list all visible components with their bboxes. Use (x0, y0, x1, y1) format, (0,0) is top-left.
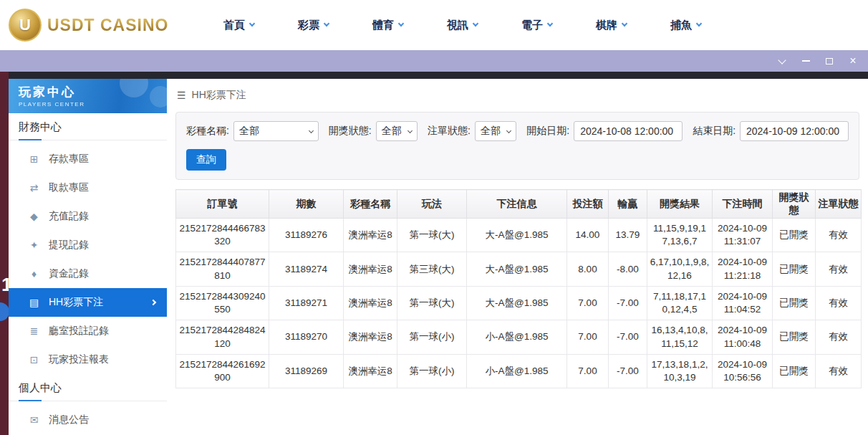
table-cell: 澳洲幸运8 (344, 219, 397, 252)
table-cell: 16,13,4,10,8,11,15,12 (647, 320, 713, 354)
start-date-input[interactable] (574, 121, 683, 141)
table-cell: 2152172844407877810 (176, 252, 269, 286)
table-wrap: 訂單號期數彩種名稱玩法下注信息投注額輸贏開獎結果下注時間開獎狀態注單狀態 215… (175, 189, 859, 388)
lottery-bet-icon: ▤ (28, 297, 40, 308)
sidebar-item-message-announcement[interactable]: ✉ 消息公告 (9, 406, 167, 434)
funds-record-icon: ♦ (28, 268, 40, 279)
chevron-down-icon (249, 21, 255, 27)
sidebar-item-player-bet-report[interactable]: ⊡ 玩家投注報表 (9, 345, 167, 374)
table-cell: 2024-10-09 11:31:07 (713, 219, 773, 252)
room-bet-record-icon: ≣ (28, 325, 40, 337)
logo-icon: U (9, 9, 42, 42)
collapse-button[interactable] (773, 52, 791, 70)
table-cell: 13.79 (609, 219, 647, 252)
table-row: 215217284428482412031189270澳洲幸运8第一球(小)小-… (176, 320, 862, 354)
chevron-down-icon (778, 56, 786, 64)
table-cell: 大-A盤@1.985 (467, 252, 567, 286)
message-icon: ✉ (28, 414, 40, 426)
table-cell: 2024-10-09 11:21:18 (713, 252, 773, 286)
start-date-label: 開始日期: (526, 125, 569, 138)
deposit-icon: ⊞ (28, 153, 40, 165)
sidebar-item-cashout-record[interactable]: ✦ 提現記錄 (9, 231, 167, 259)
sidebar-item-deposit[interactable]: ⊞ 存款專區 (9, 145, 167, 173)
cashout-record-icon: ✦ (28, 239, 40, 251)
table-cell: 有效 (816, 286, 862, 320)
lottery-name-select[interactable]: 全部 (233, 121, 319, 141)
table-cell: 第一球(小) (397, 320, 467, 354)
table-cell: 已開獎 (773, 354, 816, 388)
nav-item-label: 捕魚 (670, 19, 692, 32)
sidebar-subtitle: PLAYERS CENTER (19, 101, 167, 107)
site-logo[interactable]: U USDT CASINO (9, 9, 168, 42)
table-cell: 有效 (816, 219, 862, 252)
table-cell: 第一球(大) (397, 219, 467, 252)
search-button[interactable]: 查詢 (186, 149, 226, 171)
nav-item-label: 首頁 (223, 19, 245, 32)
table-cell: 7.00 (567, 320, 609, 354)
table-cell: -7.00 (609, 320, 647, 354)
table-cell: 2152172844466783320 (176, 219, 269, 252)
sidebar-item-withdraw[interactable]: ⇄ 取款專區 (9, 173, 167, 202)
hamburger-icon[interactable]: ☰ (177, 90, 186, 101)
player-bet-report-icon: ⊡ (28, 354, 40, 365)
table-cell: 31189276 (269, 219, 344, 252)
nav-item[interactable]: 視訊 (425, 0, 499, 50)
main-nav: 首頁 彩票 體育 視訊 電子 棋牌 捕魚 (201, 0, 723, 50)
order-status-label: 注單狀態: (428, 125, 471, 138)
table-cell: 2024-10-09 10:56:56 (713, 354, 773, 388)
sidebar-item-funds-record[interactable]: ♦ 資金記錄 (9, 259, 167, 288)
minimize-icon (802, 60, 810, 62)
nav-item[interactable]: 體育 (350, 0, 425, 50)
menu-item-label: 資金記錄 (49, 267, 89, 280)
table-cell: 大-A盤@1.985 (467, 219, 567, 252)
sidebar-item-room-bet-record[interactable]: ≣ 廳室投註記錄 (9, 317, 167, 345)
chevron-down-icon (309, 128, 314, 133)
sidebar-menu: 財務中心 ⊞ 存款專區 ⇄ 取款專區 ◆ 充值記錄 ✦ 提現記錄 ♦ 資金記錄 … (9, 113, 167, 434)
sidebar-item-recharge-record[interactable]: ◆ 充值記錄 (9, 202, 167, 231)
table-cell: 有效 (816, 320, 862, 354)
nav-item[interactable]: 電子 (499, 0, 574, 50)
table-cell: 有效 (816, 354, 862, 388)
draw-status-select[interactable]: 全部 (376, 121, 418, 141)
column-header: 輸贏 (609, 190, 647, 219)
menu-item-label: 消息公告 (49, 414, 89, 426)
maximize-button[interactable] (820, 52, 839, 70)
table-cell: 澳洲幸运8 (344, 320, 397, 354)
table-cell: -7.00 (609, 286, 647, 320)
table-cell: 澳洲幸运8 (344, 286, 397, 320)
chevron-down-icon (473, 21, 478, 27)
end-date-label: 結束日期: (693, 125, 736, 138)
table-cell: -8.00 (609, 252, 647, 286)
nav-item[interactable]: 彩票 (276, 0, 350, 50)
end-date-input[interactable] (740, 121, 849, 141)
window-titlebar: × (0, 50, 868, 72)
chevron-down-icon (506, 128, 511, 133)
table-cell: 第一球(大) (397, 286, 467, 320)
logo-monogram: U (19, 16, 31, 34)
filter-row: 彩種名稱: 全部 開獎狀態: 全部 注單狀態: 全部 開始日期: 結束日期: (186, 121, 849, 141)
close-button[interactable]: × (844, 52, 862, 70)
order-status-select[interactable]: 全部 (475, 121, 516, 141)
table-cell: 小-A盤@1.985 (467, 354, 567, 388)
sidebar-item-hh-lottery-bet[interactable]: ▤ HH彩票下注 (9, 288, 167, 317)
menu-item-label: 玩家投注報表 (49, 353, 109, 366)
nav-item[interactable]: 棋牌 (574, 0, 648, 50)
nav-item-label: 彩票 (298, 19, 319, 32)
bets-table: 訂單號期數彩種名稱玩法下注信息投注額輸贏開獎結果下注時間開獎狀態注單狀態 215… (175, 189, 862, 388)
chevron-right-icon (150, 300, 156, 305)
close-icon: × (849, 55, 856, 67)
select-value: 全部 (382, 125, 402, 138)
app-background: 1 玩家中心 PLAYERS CENTER 財務中心 ⊞ 存款專區 ⇄ 取款專區… (0, 72, 868, 435)
table-cell: 31189269 (269, 354, 344, 388)
table-row: 215217284440787781031189274澳洲幸运8第三球(大)大-… (176, 252, 862, 286)
chevron-down-icon (408, 128, 413, 133)
sidebar-header: 玩家中心 PLAYERS CENTER (9, 79, 167, 113)
breadcrumb: ☰ HH彩票下注 (167, 79, 868, 112)
nav-item-label: 體育 (372, 19, 394, 32)
minimize-button[interactable] (796, 52, 815, 70)
draw-status-label: 開獎狀態: (329, 125, 372, 138)
nav-item[interactable]: 捕魚 (648, 0, 723, 50)
table-body: 215217284446678332031189276澳洲幸运8第一球(大)大-… (176, 219, 862, 388)
nav-item[interactable]: 首頁 (201, 0, 276, 50)
table-cell: 澳洲幸运8 (344, 252, 397, 286)
